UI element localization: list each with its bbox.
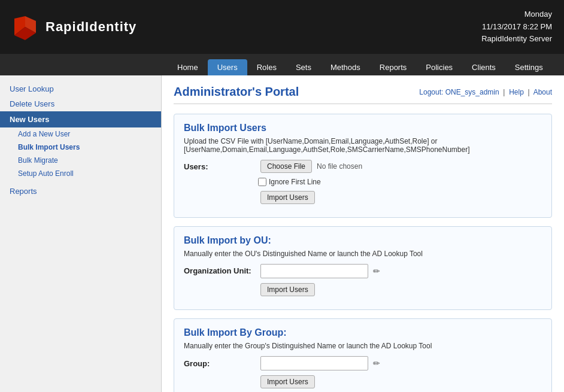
org-unit-input[interactable] [260,264,368,278]
bulk-import-ou-desc: Manually enter the OU's Distinguished Na… [184,250,542,258]
datetime-line3: RapidIdentity Server [481,33,552,45]
users-field-row: Users: Choose File No file chosen [184,160,542,173]
sidebar-item-add-new-user[interactable]: Add a New User [0,127,161,141]
import-ou-btn-row: Import Users [184,283,542,296]
logo-area: RapidIdentity [12,14,137,40]
sidebar: User Lookup Delete Users New Users Add a… [0,75,162,392]
org-unit-pencil-icon[interactable]: ✏ [373,266,380,276]
content-area: Administrator's Portal Logout: ONE_sys_a… [162,75,564,392]
header: RapidIdentity Monday 11/13/2017 8:22 PM … [0,0,564,54]
nav-tab-reports[interactable]: Reports [370,59,417,75]
bulk-import-group-desc: Manually enter the Group's Distinguished… [184,342,542,350]
bulk-import-users-desc: Upload the CSV File with [UserName,Domai… [184,137,542,154]
help-link[interactable]: Help [509,88,524,96]
sidebar-item-new-users[interactable]: New Users [0,111,161,127]
bulk-import-group-section: Bulk Import By Group: Manually enter the… [174,318,552,392]
bulk-import-users-title: Bulk Import Users [184,123,542,133]
import-users-button-1[interactable]: Import Users [260,191,315,204]
sidebar-item-user-lookup[interactable]: User Lookup [0,81,161,96]
nav-tab-home[interactable]: Home [168,59,208,75]
sidebar-item-bulk-import-users[interactable]: Bulk Import Users [0,141,161,154]
ignore-first-line-label: Ignore First Line [269,178,321,186]
rapididentity-logo-icon [12,14,38,40]
nav-tab-users[interactable]: Users [208,59,247,75]
group-label: Group: [184,359,256,368]
no-file-chosen-label: No file chosen [317,162,362,171]
group-input[interactable] [260,356,368,370]
nav-tab-clients[interactable]: Clients [462,59,505,75]
datetime-line1: Monday [481,8,552,21]
import-users-button-3[interactable]: Import Users [260,375,315,388]
nav-tab-roles[interactable]: Roles [247,59,286,75]
about-link[interactable]: About [533,88,552,96]
portal-title: Administrator's Portal [174,85,299,99]
logo-text: RapidIdentity [46,19,137,35]
sidebar-item-reports[interactable]: Reports [0,184,161,199]
datetime-line2: 11/13/2017 8:22 PM [481,21,552,34]
ignore-first-line-row: Ignore First Line [184,178,542,186]
bulk-import-ou-title: Bulk Import by OU: [184,235,542,246]
group-field-row: Group: ✏ [184,356,542,370]
main-layout: User Lookup Delete Users New Users Add a… [0,75,564,392]
nav-tab-methods[interactable]: Methods [321,59,370,75]
choose-file-button[interactable]: Choose File [260,160,312,173]
import-users-row-1: Import Users [184,191,542,204]
sidebar-item-delete-users[interactable]: Delete Users [0,96,161,111]
org-unit-label: Organization Unit: [184,264,256,275]
bulk-import-ou-section: Bulk Import by OU: Manually enter the OU… [174,226,552,310]
ignore-first-line-checkbox[interactable] [258,178,266,186]
import-group-btn-row: Import Users [184,375,542,388]
users-label: Users: [184,162,256,171]
logout-link[interactable]: Logout: ONE_sys_admin [419,88,499,96]
nav-tab-policies[interactable]: Policies [416,59,462,75]
nav-bar: Home Users Roles Sets Methods Reports Po… [0,54,564,75]
group-pencil-icon[interactable]: ✏ [373,358,380,368]
bulk-import-users-section: Bulk Import Users Upload the CSV File wi… [174,114,552,218]
sidebar-item-setup-auto-enroll[interactable]: Setup Auto Enroll [0,167,161,180]
nav-tab-settings[interactable]: Settings [505,59,553,75]
portal-header: Administrator's Portal Logout: ONE_sys_a… [174,85,552,104]
portal-links: Logout: ONE_sys_admin | Help | About [419,88,552,96]
import-users-button-2[interactable]: Import Users [260,283,315,296]
header-datetime: Monday 11/13/2017 8:22 PM RapidIdentity … [481,8,552,45]
bulk-import-group-title: Bulk Import By Group: [184,327,542,338]
sidebar-item-bulk-migrate[interactable]: Bulk Migrate [0,154,161,167]
nav-tab-sets[interactable]: Sets [286,59,321,75]
org-unit-field-row: Organization Unit: ✏ [184,264,542,278]
